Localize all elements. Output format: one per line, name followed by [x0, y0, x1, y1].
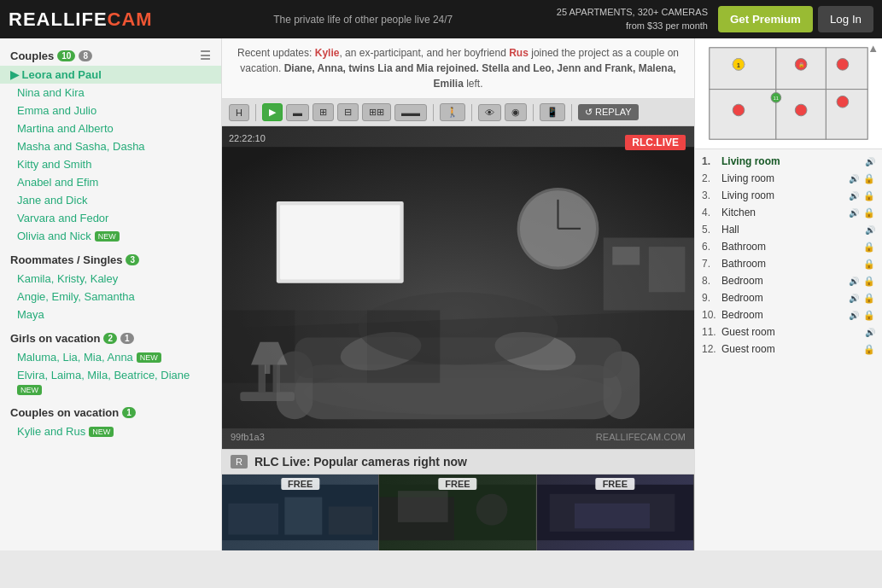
sound-icon-11: 🔊	[865, 328, 875, 337]
toolbar-figure-btn[interactable]: 🚶	[440, 103, 465, 121]
sidebar-item-kylie-rus[interactable]: Kylie and Rus NEW	[0, 422, 221, 440]
camera-item-12[interactable]: 12. Guest room 🔒	[695, 341, 882, 358]
get-premium-button[interactable]: Get Premium	[718, 6, 813, 32]
roommates-badge: 3	[126, 254, 139, 265]
thumbnail-2[interactable]: FREE	[379, 474, 536, 550]
camera-item-1[interactable]: 1. Living room 🔊	[695, 153, 882, 170]
toolbar-sep2	[433, 104, 434, 121]
svg-rect-18	[649, 247, 686, 292]
toolbar-layout1-btn[interactable]: ▬	[286, 104, 309, 121]
sidebar-item-olivia-nick[interactable]: Olivia and Nick NEW	[0, 227, 221, 245]
thumbnail-3[interactable]: FREE	[537, 474, 694, 550]
svg-point-49	[837, 59, 849, 71]
camera-item-8[interactable]: 8. Bedroom 🔊 🔒	[695, 272, 882, 289]
toolbar-layout4-btn[interactable]: ⊞⊞	[362, 103, 391, 121]
girls-badge1: 2	[103, 333, 117, 344]
toolbar-play-btn[interactable]: ▶	[262, 103, 283, 121]
camera-item-3[interactable]: 3. Living room 🔊 🔒	[695, 187, 882, 204]
camera-item-11[interactable]: 11. Guest room 🔊	[695, 323, 882, 341]
camera-item-7[interactable]: 7. Bathroom 🔒	[695, 255, 882, 272]
sidebar-item-anabel-efim[interactable]: Anabel and Efim	[0, 173, 221, 191]
toolbar-hd-btn[interactable]: H	[229, 104, 249, 121]
svg-rect-37	[575, 504, 650, 528]
roommates-label: Roommates / Singles	[10, 253, 122, 266]
couples-badge-total: 8	[79, 50, 92, 61]
sound-icon-1: 🔊	[865, 157, 875, 166]
toolbar-layout3-btn[interactable]: ⊟	[337, 103, 359, 121]
expand-icon[interactable]: ▲	[867, 42, 879, 55]
svg-point-51	[733, 104, 745, 116]
sidebar-item-angie[interactable]: Angie, Emily, Samantha	[0, 288, 221, 306]
sidebar-item-emma-julio[interactable]: Emma and Julio	[0, 102, 221, 119]
sidebar-item-nina-kira[interactable]: Nina and Kira	[0, 84, 221, 102]
toolbar-cam-btn[interactable]: ◉	[505, 103, 527, 121]
sidebar-item-kamila[interactable]: Kamila, Kristy, Kaley	[0, 270, 221, 288]
sound-icon-3: 🔊	[849, 191, 859, 201]
live-badge: RLC.LIVE	[625, 135, 686, 150]
thumb-free-badge-2: FREE	[438, 478, 476, 490]
video-toolbar: H ▶ ▬ ⊞ ⊟ ⊞⊞ ▬▬ 🚶 👁 ◉ 📱 ↺ REPLAY	[222, 99, 694, 126]
svg-point-50	[837, 96, 849, 108]
sidebar-item-leora-paul[interactable]: ▶ Leora and Paul	[0, 66, 221, 84]
camera-item-6[interactable]: 6. Bathroom 🔒	[695, 238, 882, 255]
svg-text:🔒: 🔒	[798, 61, 805, 68]
header: REALLIFECAM The private life of other pe…	[0, 0, 882, 38]
toolbar-layout2-btn[interactable]: ⊞	[312, 103, 334, 121]
thumb-free-badge-1: FREE	[281, 478, 319, 490]
notice-rus-link[interactable]: Rus	[509, 47, 529, 59]
camera-item-10[interactable]: 10. Bedroom 🔊 🔒	[695, 306, 882, 323]
camera-item-9[interactable]: 9. Bedroom 🔊 🔒	[695, 289, 882, 306]
lock-icon-3: 🔒	[863, 190, 875, 201]
svg-rect-24	[273, 364, 281, 392]
svg-text:11: 11	[774, 96, 780, 101]
content-area: Recent updates: Kylie, an ex-participant…	[222, 38, 694, 550]
sidebar-item-maluma[interactable]: Maluma, Lia, Mia, Anna NEW	[0, 348, 221, 366]
toolbar-eye-btn[interactable]: 👁	[478, 104, 501, 121]
sidebar-item-varvara-fedor[interactable]: Varvara and Fedor	[0, 209, 221, 227]
camera-item-4[interactable]: 4. Kitchen 🔊 🔒	[695, 204, 882, 221]
svg-rect-21	[367, 311, 440, 383]
sound-icon-5: 🔊	[865, 225, 875, 235]
new-badge-elvira: NEW	[17, 385, 42, 395]
right-panel: ▲ 1 🔒	[694, 38, 882, 550]
thumbnail-1[interactable]: FREE	[222, 474, 379, 550]
logo: REALLIFECAM	[9, 9, 153, 31]
girls-badge2: 1	[120, 333, 134, 344]
svg-rect-17	[612, 247, 640, 265]
new-badge-kylie: NEW	[89, 427, 114, 437]
sidebar: Couples 10 8 ☰ ▶ Leora and Paul Nina and…	[0, 38, 222, 550]
video-timestamp: 22:22:10	[229, 133, 266, 143]
sidebar-item-martina-alberto[interactable]: Martina and Alberto	[0, 119, 221, 137]
svg-point-52	[795, 104, 807, 116]
sidebar-item-jane-dick[interactable]: Jane and Dick	[0, 191, 221, 209]
lock-icon-8: 🔒	[863, 276, 875, 287]
settings-icon[interactable]: ☰	[200, 49, 211, 62]
lock-icon-7: 🔒	[863, 259, 875, 270]
sidebar-item-maya[interactable]: Maya	[0, 306, 221, 323]
notice-bar: Recent updates: Kylie, an ex-participant…	[222, 38, 694, 99]
sidebar-item-elvira[interactable]: Elvira, Laima, Mila, Beatrice, Diane NEW	[0, 366, 221, 398]
lock-icon-6: 🔒	[863, 242, 875, 253]
sidebar-item-kitty-smith[interactable]: Kitty and Smith	[0, 155, 221, 173]
login-button[interactable]: Log In	[818, 6, 873, 32]
toolbar-layout5-btn[interactable]: ▬▬	[394, 104, 427, 121]
new-badge-maluma: NEW	[137, 352, 161, 363]
toolbar-mobile-btn[interactable]: 📱	[540, 103, 565, 121]
camera-item-2[interactable]: 2. Living room 🔊 🔒	[695, 170, 882, 187]
camera-item-5[interactable]: 5. Hall 🔊	[695, 221, 882, 238]
couples-vacation-section-header: Couples on vacation 1	[0, 403, 221, 422]
notice-kylie-link[interactable]: Kylie	[315, 47, 340, 59]
svg-rect-33	[398, 491, 448, 522]
toolbar-replay-btn[interactable]: ↺ REPLAY	[578, 104, 639, 120]
sound-icon-10: 🔊	[849, 311, 859, 320]
toolbar-sep5	[571, 104, 572, 121]
couples-vacation-badge: 1	[122, 407, 136, 418]
sound-icon-9: 🔊	[849, 294, 859, 303]
video-player[interactable]: 22:22:10 RLC.LIVE REALLIFECAM.COM 99fb1a…	[222, 126, 694, 449]
svg-rect-19	[222, 311, 295, 383]
tagline: The private life of other people live 24…	[170, 14, 557, 26]
sidebar-item-masha-sasha[interactable]: Masha and Sasha, Dasha	[0, 137, 221, 155]
svg-rect-44	[826, 90, 867, 140]
svg-rect-23	[259, 364, 266, 392]
girls-vacation-label: Girls on vacation	[10, 332, 100, 345]
